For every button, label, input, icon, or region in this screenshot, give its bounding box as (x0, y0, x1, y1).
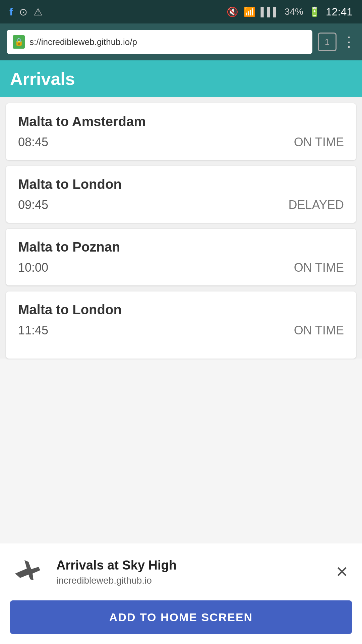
status-time: 12:41 (326, 6, 353, 18)
fb-icon: f (9, 6, 13, 18)
banner-content: Arrivals at Sky High incredibleweb.githu… (0, 543, 362, 597)
banner-title: Arrivals at Sky High (56, 558, 323, 573)
flight-route-2: Malta to Poznan (18, 239, 344, 255)
flight-status-3: ON TIME (294, 323, 344, 337)
flight-card-2[interactable]: Malta to Poznan 10:00 ON TIME (6, 229, 356, 285)
flight-status-0: ON TIME (294, 135, 344, 149)
page-title: Arrivals (10, 69, 75, 89)
flight-card-0[interactable]: Malta to Amsterdam 08:45 ON TIME (6, 103, 356, 160)
flight-time-0: 08:45 (18, 135, 48, 149)
flight-route-0: Malta to Amsterdam (18, 114, 344, 129)
flight-bottom-1: 09:45 DELAYED (18, 198, 344, 212)
flights-list: Malta to Amsterdam 08:45 ON TIME Malta t… (0, 97, 362, 359)
mute-icon: 🔇 (227, 6, 238, 17)
flight-time-1: 09:45 (18, 198, 48, 212)
flight-card-3[interactable]: Malta to London 11:45 ON TIME (6, 291, 356, 359)
app-header: Arrivals (0, 60, 362, 97)
status-bar: f ⊙ ⚠ 🔇 📶 ▌▌▌ 34% 🔋 12:41 (0, 0, 362, 23)
plane-icon-wrap (10, 553, 47, 590)
url-text: s://incredibleweb.github.io/p (29, 37, 306, 47)
battery-icon: 🔋 (309, 6, 320, 17)
battery-percentage: 34% (285, 6, 303, 17)
add-to-home-button[interactable]: ADD TO HOME SCREEN (10, 600, 352, 634)
banner-text: Arrivals at Sky High incredibleweb.githu… (56, 558, 323, 586)
refresh-icon: ⊙ (19, 6, 27, 18)
flight-bottom-3: 11:45 ON TIME (18, 323, 344, 337)
plane-icon (12, 555, 45, 589)
flight-bottom-0: 08:45 ON TIME (18, 135, 344, 149)
flight-card-1[interactable]: Malta to London 09:45 DELAYED (6, 166, 356, 223)
flight-time-3: 11:45 (18, 323, 48, 337)
banner-url: incredibleweb.github.io (56, 575, 323, 586)
browser-bar: 🔒 s://incredibleweb.github.io/p 1 ⋮ (0, 23, 362, 60)
warning-icon: ⚠ (34, 6, 43, 18)
flight-route-3: Malta to London (18, 302, 344, 317)
flight-time-2: 10:00 (18, 261, 48, 275)
flight-bottom-2: 10:00 ON TIME (18, 261, 344, 275)
add-to-home-banner: Arrivals at Sky High incredibleweb.githu… (0, 543, 362, 644)
wifi-icon: 📶 (244, 6, 255, 17)
url-bar[interactable]: 🔒 s://incredibleweb.github.io/p (7, 30, 312, 54)
flight-status-1: DELAYED (289, 198, 344, 212)
add-to-home-label: ADD TO HOME SCREEN (109, 611, 253, 624)
menu-dots-icon[interactable]: ⋮ (342, 35, 355, 49)
tab-counter[interactable]: 1 (318, 33, 337, 51)
signal-icon: ▌▌▌ (261, 7, 279, 17)
flight-status-2: ON TIME (294, 261, 344, 275)
lock-icon: 🔒 (13, 35, 25, 49)
status-right: 🔇 📶 ▌▌▌ 34% 🔋 12:41 (227, 6, 353, 18)
close-banner-button[interactable]: ✕ (332, 559, 352, 584)
flight-route-1: Malta to London (18, 177, 344, 192)
status-left: f ⊙ ⚠ (9, 6, 43, 18)
